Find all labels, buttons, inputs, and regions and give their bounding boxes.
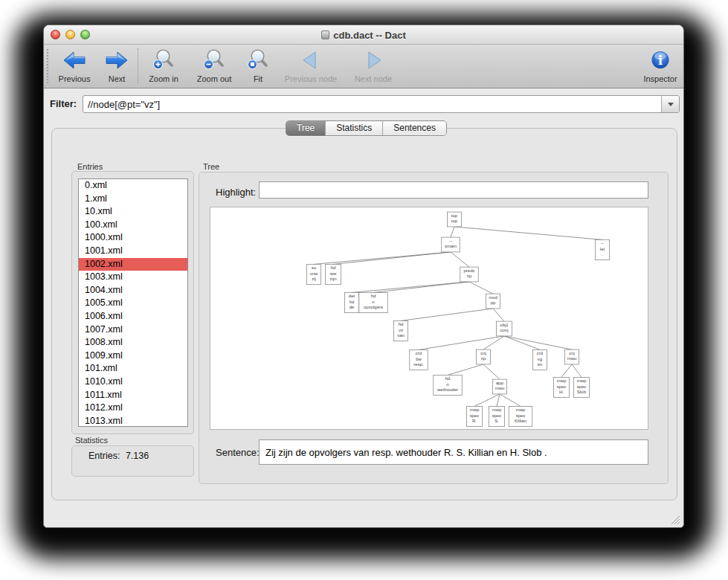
sentence-input[interactable] xyxy=(259,439,648,465)
next-node-button[interactable]: Next node xyxy=(336,47,410,87)
tree-node-label: su xyxy=(312,265,316,270)
tab-sentences[interactable]: Sentences xyxy=(382,121,446,135)
highlight-input[interactable] xyxy=(259,181,648,199)
tree-node-label: mod xyxy=(489,295,497,300)
tree-edge xyxy=(451,252,469,267)
tab-tree[interactable]: Tree xyxy=(286,121,325,135)
tree-node-label: n xyxy=(372,300,374,304)
tree-node-label: app xyxy=(496,381,504,385)
tree-node-label: zij xyxy=(312,277,316,281)
tree-node-label: hd xyxy=(445,376,451,381)
tree-edge xyxy=(497,394,500,407)
toolbar: Previous Next xyxy=(44,45,683,88)
tree-node-label: top xyxy=(451,213,458,218)
list-item[interactable]: 1000.xml xyxy=(79,231,187,245)
tree-node-label: mwp xyxy=(577,378,587,383)
inspector-button[interactable]: i Inspector xyxy=(631,47,684,87)
list-item[interactable]: 1007.xml xyxy=(79,323,187,337)
tree-node-label: predc xyxy=(463,268,474,273)
tree-node-label: conj xyxy=(500,328,508,332)
list-item[interactable]: 1010.xml xyxy=(79,376,187,389)
entries-list[interactable]: 0.xml1.xml10.xml100.xml1000.xml1001.xml1… xyxy=(78,178,188,427)
tree-node-label: H. xyxy=(559,390,564,394)
tree-node-label: cnj xyxy=(480,351,486,355)
list-item[interactable]: 1006.xml xyxy=(79,310,187,323)
tree-edge xyxy=(493,309,504,321)
tree-node-label: cnj xyxy=(569,351,575,355)
next-node-button-label: Next node xyxy=(336,74,410,83)
tree-edge xyxy=(500,394,521,407)
tree-node-label: hd xyxy=(399,322,404,326)
filter-dropdown-button[interactable] xyxy=(661,96,679,112)
resize-grip[interactable] xyxy=(670,515,680,525)
list-item[interactable]: 1004.xml xyxy=(79,284,187,297)
tree-node-label: hd xyxy=(331,265,336,270)
tree-node-label: van xyxy=(397,333,405,338)
filter-input[interactable] xyxy=(83,95,680,113)
list-item[interactable]: 1001.xml xyxy=(79,245,187,258)
tree-node-label: mwp xyxy=(492,407,502,412)
list-item[interactable]: 1.xml xyxy=(79,193,187,206)
statistics-entries-label: Entries: xyxy=(88,451,120,461)
tree-edge xyxy=(504,336,540,350)
tab-statistics[interactable]: Statistics xyxy=(325,121,382,135)
tree-edge xyxy=(333,252,451,265)
list-item[interactable]: 1013.xml xyxy=(79,415,187,427)
tree-edge xyxy=(451,227,454,237)
tree-node-label: hd xyxy=(371,294,376,298)
tree-edge xyxy=(419,336,504,350)
tree-node-label: crd xyxy=(416,351,422,355)
window-title: cdb.dact -- Dact xyxy=(333,30,406,41)
tree-edge xyxy=(483,336,504,349)
tree-canvas-svg: toptop--smain--let.suvnwzijhdwwzijnpredc… xyxy=(210,207,649,431)
list-item[interactable]: 1008.xml xyxy=(79,336,187,349)
tree-node-label: en xyxy=(538,362,543,367)
tree-node-label: -- xyxy=(449,239,452,243)
list-item[interactable]: 0.xml xyxy=(79,179,187,193)
list-item[interactable]: 101.xml xyxy=(79,362,187,376)
list-item[interactable]: 1005.xml xyxy=(79,297,187,310)
tree-node-label: vg xyxy=(538,357,542,361)
filter-label: Filter: xyxy=(50,98,77,109)
tree-node-label: obj1 xyxy=(500,323,509,327)
tree-node-label: let xyxy=(600,247,605,251)
tree-node-label: spec xyxy=(577,384,587,389)
filter-row: Filter: xyxy=(44,89,683,120)
tree-node-label: mwu xyxy=(567,356,577,361)
tree-node-label: spec xyxy=(470,413,480,418)
filter-combobox xyxy=(83,95,680,113)
tree-node-label: mwu xyxy=(495,386,505,390)
list-item[interactable]: 1012.xml xyxy=(79,402,187,415)
tree-edge xyxy=(504,336,572,349)
list-item[interactable]: 10.xml xyxy=(79,205,187,219)
list-item[interactable]: 1009.xml xyxy=(79,349,187,363)
tree-node-label: spec xyxy=(516,413,526,418)
list-item[interactable]: 1002.xml xyxy=(79,258,187,271)
tree-node-label: n xyxy=(446,382,448,387)
dact-window: cdb.dact -- Dact Previous xyxy=(43,25,684,528)
title-bar[interactable]: cdb.dact -- Dact xyxy=(44,25,683,45)
tree-node-label: det xyxy=(349,294,355,298)
screenshot-stage: cdb.dact -- Dact Previous xyxy=(0,0,728,580)
tree-node-label: mwp xyxy=(516,407,526,412)
tree-edge xyxy=(401,309,493,321)
tree-node-label: smain xyxy=(445,244,457,248)
tree-node-label: spec xyxy=(557,384,567,389)
tree-edge xyxy=(572,364,582,378)
document-proxy-icon[interactable] xyxy=(321,30,329,39)
tree-canvas[interactable]: toptop--smain--let.suvnwzijhdwwzijnpredc… xyxy=(210,207,648,430)
tree-node-label: top xyxy=(451,219,458,223)
view-tabs: Tree Statistics Sentences xyxy=(286,120,447,136)
list-item[interactable]: 100.xml xyxy=(79,219,187,232)
tree-edge xyxy=(561,364,572,378)
statistics-entries-line: Entries: 7.136 xyxy=(88,451,149,461)
tree-edge xyxy=(448,364,483,376)
tree-node-label: resp. xyxy=(413,362,424,367)
tree-edge xyxy=(469,282,493,294)
entries-group-label: Entries xyxy=(77,162,103,171)
list-item[interactable]: 1003.xml xyxy=(79,271,187,284)
list-item[interactable]: 1011.xml xyxy=(79,389,187,402)
triangle-right-icon xyxy=(336,47,410,74)
statistics-entries-value: 7.136 xyxy=(126,451,149,461)
inspector-button-label: Inspector xyxy=(631,74,684,83)
